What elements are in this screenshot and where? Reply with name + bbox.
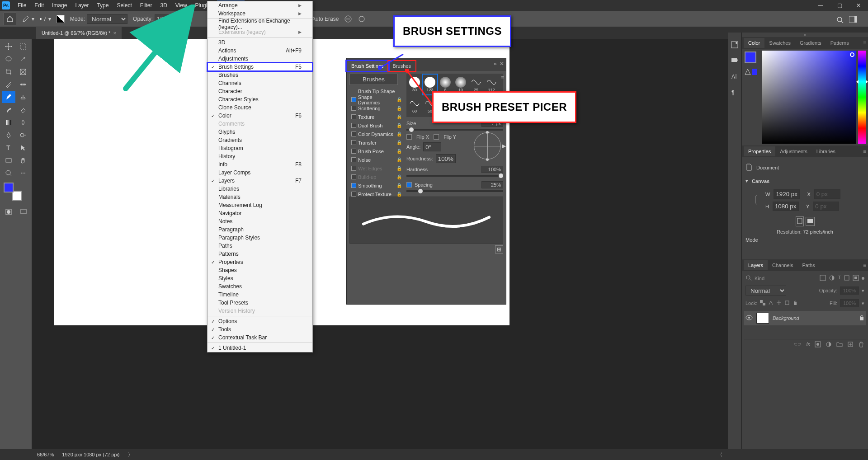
menu-layer[interactable]: Layer (71, 0, 93, 10)
layer-opacity[interactable]: 100% (840, 286, 859, 295)
menu-item-brush-settings[interactable]: ✓Brush SettingsF5 (208, 63, 312, 71)
link-icon[interactable] (755, 194, 760, 206)
icon-3[interactable]: A (731, 72, 739, 82)
hue-slider[interactable] (858, 51, 866, 144)
width-input[interactable] (774, 189, 800, 199)
menu-edit[interactable]: Edit (30, 0, 48, 10)
landscape-icon[interactable] (806, 217, 815, 226)
filter-toggle[interactable] (862, 277, 864, 280)
tab-libraries[interactable]: Libraries (812, 146, 840, 156)
link-layers-icon[interactable]: ⊂⊃ (793, 341, 802, 348)
spacing-slider[interactable] (406, 190, 503, 192)
brush-option-noise[interactable]: Noise🔒 (349, 155, 404, 164)
menu-item-glyphs[interactable]: Glyphs (208, 128, 312, 136)
crop-tool[interactable] (2, 66, 15, 78)
brush-option-shape-dynamics[interactable]: Shape Dynamics🔒 (349, 95, 404, 104)
lasso-tool[interactable] (2, 53, 15, 65)
tab-layers[interactable]: Layers (744, 260, 768, 270)
hardness-value[interactable]: 100% (481, 166, 503, 173)
filter-shape-icon[interactable] (844, 275, 850, 282)
pencil-tool[interactable] (2, 91, 15, 103)
document-tab[interactable]: Untitled-1 @ 66/7% (RGB/8#) * × (36, 27, 122, 39)
menu-item-paragraph-styles[interactable]: Paragraph Styles (208, 234, 312, 242)
frame-tool[interactable] (16, 66, 30, 78)
tab-adjustments[interactable]: Adjustments (775, 146, 812, 156)
portrait-icon[interactable] (796, 216, 804, 226)
blur-tool[interactable] (16, 117, 30, 128)
menu-item-contextual-task-bar[interactable]: ✓Contextual Task Bar (208, 333, 312, 342)
menu-item-shapes[interactable]: Shapes (208, 266, 312, 274)
screen-mode-icon[interactable] (17, 206, 30, 218)
adjustment-icon[interactable] (826, 341, 832, 348)
size-slider[interactable] (406, 129, 503, 131)
menu-type[interactable]: Type (93, 0, 113, 10)
brushes-button[interactable]: Brushes (349, 74, 398, 85)
hardness-slider[interactable] (406, 175, 503, 177)
menu-item-clone-source[interactable]: Clone Source (208, 103, 312, 112)
menu-item-character[interactable]: Character (208, 87, 312, 95)
fx-icon[interactable]: fx (806, 341, 810, 348)
new-layer-icon[interactable] (847, 341, 854, 348)
foreground-color[interactable] (4, 183, 14, 192)
marquee-tool[interactable] (16, 41, 30, 52)
blend-mode-select[interactable]: Normal (745, 286, 786, 296)
brush-option-dual-brush[interactable]: Dual Brush🔒 (349, 121, 404, 130)
menu-item-styles[interactable]: Styles (208, 274, 312, 282)
pencil-tool-icon[interactable]: ▾ (22, 15, 34, 23)
type-tool[interactable]: T (2, 142, 15, 154)
menu-item-timeline[interactable]: Timeline (208, 291, 312, 299)
panel-menu-icon[interactable]: ≡ (863, 40, 866, 46)
spacing-checkbox[interactable] (406, 182, 412, 188)
menu-item-layer-comps[interactable]: Layer Comps (208, 169, 312, 177)
menu-item-workspace[interactable]: Workspace (208, 9, 312, 18)
zoom-level[interactable]: 66/67% (37, 452, 54, 457)
filter-smart-icon[interactable] (853, 275, 859, 282)
menu-item-materials[interactable]: Materials (208, 193, 312, 201)
layer-row[interactable]: Background (744, 311, 866, 325)
menu-item-measurement-log[interactable]: Measurement Log (208, 201, 312, 209)
menu-item-paths[interactable]: Paths (208, 242, 312, 250)
tab-paths[interactable]: Paths (798, 260, 820, 270)
minimize-button[interactable]: — (811, 0, 830, 11)
menu-item-options[interactable]: ✓Options (208, 317, 312, 325)
pen-tool[interactable] (2, 129, 15, 141)
healing-brush-tool[interactable] (16, 79, 30, 90)
menu-item-paragraph[interactable]: Paragraph (208, 225, 312, 234)
mode-select[interactable]: Normal (87, 14, 127, 24)
gradient-tool[interactable] (2, 117, 15, 128)
menu-item-libraries[interactable]: Libraries (208, 185, 312, 193)
color-field[interactable] (762, 51, 856, 144)
menu-item-find-extensions-on-exchange-legacy-[interactable]: Find Extensions on Exchange (legacy)... (208, 20, 312, 28)
color-fg-swatch[interactable] (745, 52, 756, 63)
menu-item-color[interactable]: ✓ColorF6 (208, 112, 312, 120)
brush-option-brush-pose[interactable]: Brush Pose🔒 (349, 147, 404, 155)
spacing-value[interactable]: 25% (481, 181, 503, 188)
filter-type-icon[interactable]: T (838, 275, 841, 282)
visibility-icon[interactable] (745, 315, 753, 321)
tab-gradients[interactable]: Gradients (795, 38, 826, 48)
y-input[interactable] (813, 202, 839, 211)
close-button[interactable]: ✕ (849, 0, 868, 11)
brush-size-preview[interactable]: 7 ▾ (40, 16, 51, 22)
status-chevron[interactable]: 〈 (717, 451, 722, 458)
x-input[interactable] (814, 189, 840, 199)
height-input[interactable] (773, 202, 799, 211)
panel-menu-icon[interactable]: ≡ (501, 75, 504, 81)
search-icon[interactable] (836, 16, 844, 25)
brush-option-build-up[interactable]: Build-up🔒 (349, 173, 404, 181)
menu-item-tool-presets[interactable]: Tool Presets (208, 299, 312, 307)
tab-close-icon[interactable]: × (113, 30, 116, 36)
group-icon[interactable] (836, 341, 843, 348)
panel-menu-icon[interactable]: ≡ (863, 148, 866, 155)
color-swatches[interactable] (4, 183, 22, 201)
menu-item-arrange[interactable]: Arrange (208, 1, 312, 9)
layer-lock-icon[interactable] (859, 314, 864, 322)
menu-item-adjustments[interactable]: Adjustments (208, 55, 312, 63)
menu-image[interactable]: Image (48, 0, 71, 10)
menu-item-notes[interactable]: Notes (208, 217, 312, 225)
home-button[interactable] (4, 13, 16, 25)
brush-option-scattering[interactable]: Scattering🔒 (349, 104, 404, 113)
menu-item-1-untitled-1[interactable]: ✓1 Untitled-1 (208, 344, 312, 352)
eraser-tool[interactable] (16, 104, 30, 116)
panel-menu-icon[interactable]: ≡ (863, 262, 866, 268)
